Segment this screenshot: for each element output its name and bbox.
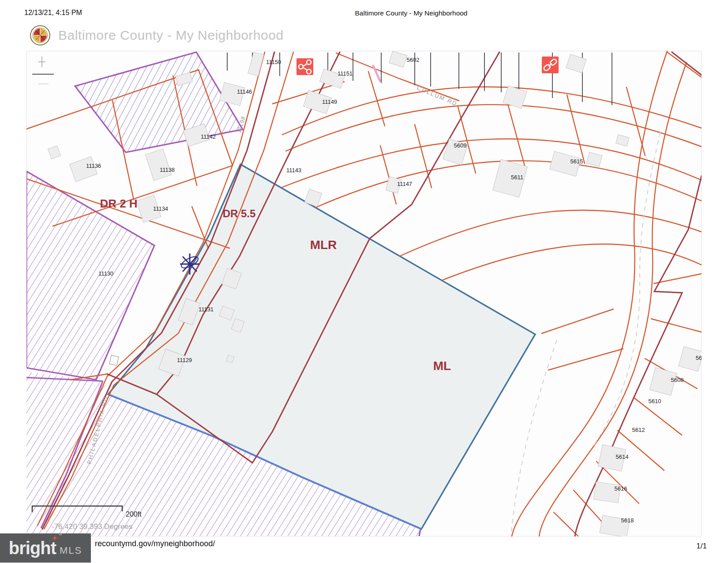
parcel-label: 11130 <box>98 270 113 277</box>
mls-wordmark: MLS <box>60 545 82 556</box>
parcel-label: 11142 <box>201 133 216 140</box>
app-banner: Baltimore County - My Neighborhood <box>30 25 284 46</box>
parcel-label: 11131 <box>199 306 214 313</box>
parcel-label: 5614 <box>616 453 629 460</box>
parcel-label: 11146 <box>237 88 252 95</box>
link-icon[interactable] <box>542 57 559 73</box>
parcel-label: 5609 <box>454 142 467 149</box>
parcel-label: 5602 <box>407 57 420 63</box>
app-title: Baltimore County - My Neighborhood <box>58 28 284 43</box>
zone-label: MLR <box>310 238 337 252</box>
bright-star-icon: ✦ <box>52 535 57 541</box>
parcel-label: 11143 <box>286 167 301 174</box>
zone-label: ML <box>433 359 451 373</box>
coordinates-readout: -76.420 39.393 Degrees <box>52 522 132 531</box>
parcel-label: 56 <box>696 355 702 361</box>
bright-mls-watermark: bright ✦ ™ MLS <box>0 533 91 563</box>
parcel-label: 5610 <box>649 398 661 404</box>
parcel-label: 5611 <box>511 174 523 181</box>
page-number: 1/1 <box>696 542 707 551</box>
parcel-label: 5608 <box>671 377 684 383</box>
parcel-label: 11129 <box>177 357 192 363</box>
zone-label: DR 2 H <box>100 197 137 210</box>
parcel-label: 11149 <box>322 98 337 105</box>
print-timestamp: 12/13/21, 4:15 PM <box>24 9 82 17</box>
scale-label: 200ft <box>126 510 142 518</box>
parcel-label: 11138 <box>160 166 175 173</box>
zone-label: DR 5.5 <box>223 208 256 219</box>
parcel-label: 11134 <box>153 205 168 212</box>
map-canvas[interactable]: 200ft -76.420 39.393 Degrees CULLUM RD 1… <box>26 51 702 537</box>
parcel-map: 200ft -76.420 39.393 Degrees CULLUM RD 1… <box>26 51 702 537</box>
parcel-label: 11150 <box>266 59 281 65</box>
parcel-label: 5616 <box>615 485 627 492</box>
share-icon[interactable] <box>296 58 313 75</box>
parcel-label: 5618 <box>621 517 634 524</box>
parcel-label: 11136 <box>86 162 101 169</box>
document-title: Baltimore County - My Neighborhood <box>349 9 473 17</box>
bright-wordmark: bright ✦ ™ <box>9 539 56 557</box>
parcel-label: 5615 <box>570 158 583 165</box>
printed-page: 12/13/21, 4:15 PM Baltimore County - My … <box>0 0 728 563</box>
parcel-label: 5612 <box>632 427 645 433</box>
road-marker-box <box>109 355 119 366</box>
baltimore-county-seal-icon <box>30 25 50 46</box>
subject-property-star-marker <box>180 253 200 275</box>
parcel-label: 11147 <box>397 181 412 187</box>
parcel-label: 11151 <box>338 70 353 77</box>
source-url: recountymd.gov/myneighborhood/ <box>95 539 215 548</box>
